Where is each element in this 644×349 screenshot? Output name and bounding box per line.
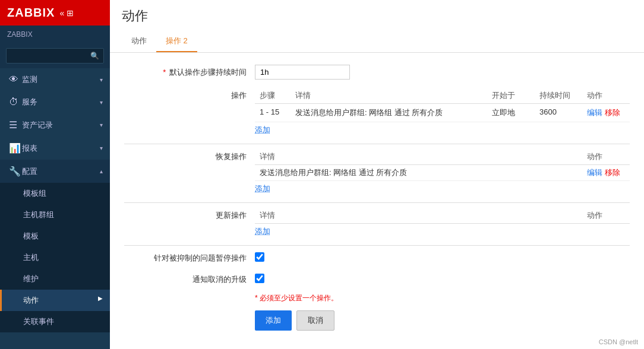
assets-label: 资产记录 bbox=[22, 120, 100, 131]
op-start: 立即地 bbox=[487, 104, 535, 122]
required-star: * bbox=[163, 68, 166, 77]
search-wrapper: 🔍 bbox=[6, 48, 104, 64]
config-label: 配置 bbox=[22, 166, 100, 177]
remove-rop-link[interactable]: 移除 bbox=[605, 168, 620, 177]
uth-actions: 动作 bbox=[582, 208, 630, 224]
monitoring-arrow: ▾ bbox=[100, 77, 103, 83]
reports-icon: 📊 bbox=[9, 142, 22, 154]
suppress-label: 针对被抑制的问题暂停操作 bbox=[124, 250, 255, 264]
th-actions: 动作 bbox=[582, 88, 630, 104]
divider-2 bbox=[124, 202, 630, 203]
logo-text: ZABBIX bbox=[7, 6, 55, 20]
remove-op-link[interactable]: 移除 bbox=[605, 108, 620, 117]
table-row: 1 - 15 发送消息给用户群组: 网络组 通过 所有介质 立即地 3600 编… bbox=[255, 104, 630, 122]
update-ops-label: 更新操作 bbox=[124, 208, 255, 221]
update-ops-row: 更新操作 详情 动作 添加 bbox=[124, 208, 630, 237]
update-ops-table: 详情 动作 bbox=[255, 208, 630, 224]
reports-label: 报表 bbox=[22, 143, 100, 154]
notify-cancel-label: 通知取消的升级 bbox=[124, 272, 255, 285]
operations-label: 操作 bbox=[124, 88, 255, 101]
add-update-link[interactable]: 添加 bbox=[255, 226, 270, 237]
notify-cancel-checkbox[interactable] bbox=[255, 274, 264, 283]
sidebar-logo: ZABBIX « ⊞ bbox=[0, 0, 110, 26]
expand-icon[interactable]: ⊞ bbox=[67, 8, 74, 18]
assets-arrow: ▾ bbox=[100, 122, 103, 128]
page-header: 动作 动作 操作 2 bbox=[110, 0, 644, 53]
suppress-checkbox[interactable] bbox=[255, 252, 264, 262]
form-area: * 默认操作步骤持续时间 操作 步骤 详情 开始于 持续时间 bbox=[110, 53, 644, 349]
suppress-row: 针对被抑制的问题暂停操作 bbox=[124, 250, 630, 264]
add-recovery-link[interactable]: 添加 bbox=[255, 183, 270, 194]
monitoring-icon: 👁 bbox=[9, 74, 22, 85]
sidebar-item-events[interactable]: 关联事件 bbox=[0, 311, 110, 332]
recovery-ops-table: 详情 动作 发送消息给用户群组: 网络组 通过 所有介质 编辑 移除 bbox=[255, 149, 630, 181]
actions-arrow: ▶ bbox=[98, 295, 103, 302]
logo-icons: « ⊞ bbox=[59, 8, 74, 18]
sidebar-item-template-group[interactable]: 模板组 bbox=[0, 183, 110, 204]
default-duration-input[interactable] bbox=[255, 65, 350, 80]
rth-actions: 动作 bbox=[582, 149, 630, 165]
monitoring-label: 监测 bbox=[22, 74, 100, 85]
recovery-ops-row: 恢复操作 详情 动作 发送消息给用户群组: 网络组 通过 所有介质 编辑 bbox=[124, 149, 630, 194]
collapse-icon[interactable]: « bbox=[59, 8, 64, 18]
operations-control: 步骤 详情 开始于 持续时间 动作 1 - 15 发送消息给用户群组: 网络组 … bbox=[255, 88, 630, 135]
sidebar-brand: ZABBIX bbox=[0, 26, 110, 43]
rop-row-actions: 编辑 移除 bbox=[582, 165, 630, 181]
notify-cancel-control bbox=[255, 272, 630, 283]
sidebar-item-host-group[interactable]: 主机群组 bbox=[0, 204, 110, 226]
config-submenu: 模板组 主机群组 模板 主机 维护 动作 ▶ 关联事件 bbox=[0, 183, 110, 332]
config-icon: 🔧 bbox=[9, 166, 22, 177]
op-duration: 3600 bbox=[535, 104, 582, 122]
watermark: CSDN @netlt bbox=[599, 338, 638, 345]
reports-arrow: ▾ bbox=[100, 145, 103, 151]
operations-table: 步骤 详情 开始于 持续时间 动作 1 - 15 发送消息给用户群组: 网络组 … bbox=[255, 88, 630, 122]
uth-details: 详情 bbox=[255, 208, 582, 224]
edit-op-link[interactable]: 编辑 bbox=[587, 108, 602, 117]
recovery-ops-label: 恢复操作 bbox=[124, 149, 255, 162]
tab-actions[interactable]: 动作 bbox=[122, 31, 156, 52]
sidebar-item-monitoring[interactable]: 👁 监测 ▾ bbox=[0, 68, 110, 91]
sidebar: ZABBIX « ⊞ ZABBIX 🔍 👁 监测 ▾ ⏱ 服务 ▾ ☰ 资产记录… bbox=[0, 0, 110, 349]
recovery-ops-control: 详情 动作 发送消息给用户群组: 网络组 通过 所有介质 编辑 移除 bbox=[255, 149, 630, 194]
services-label: 服务 bbox=[22, 97, 100, 107]
op-steps: 1 - 15 bbox=[255, 104, 291, 122]
search-input[interactable] bbox=[6, 48, 104, 64]
page-title: 动作 bbox=[122, 7, 632, 25]
default-duration-row: * 默认操作步骤持续时间 bbox=[124, 65, 630, 80]
sidebar-item-hosts[interactable]: 主机 bbox=[0, 247, 110, 268]
notify-cancel-row: 通知取消的升级 bbox=[124, 272, 630, 285]
services-arrow: ▾ bbox=[100, 99, 103, 106]
default-duration-control bbox=[255, 65, 630, 80]
actions-label: 动作 bbox=[23, 296, 39, 304]
services-icon: ⏱ bbox=[9, 97, 22, 107]
add-button[interactable]: 添加 bbox=[255, 310, 292, 331]
config-arrow: ▴ bbox=[100, 168, 103, 174]
sidebar-item-config[interactable]: 🔧 配置 ▴ bbox=[0, 160, 110, 183]
update-ops-control: 详情 动作 添加 bbox=[255, 208, 630, 237]
th-start: 开始于 bbox=[487, 88, 535, 104]
table-row: 发送消息给用户群组: 网络组 通过 所有介质 编辑 移除 bbox=[255, 165, 630, 181]
sidebar-search-container: 🔍 bbox=[0, 43, 110, 68]
sidebar-item-actions[interactable]: 动作 ▶ bbox=[0, 290, 110, 311]
sidebar-item-assets[interactable]: ☰ 资产记录 ▾ bbox=[0, 113, 110, 137]
assets-icon: ☰ bbox=[9, 119, 22, 131]
sidebar-item-reports[interactable]: 📊 报表 ▾ bbox=[0, 137, 110, 160]
cancel-button[interactable]: 取消 bbox=[296, 310, 334, 331]
th-steps: 步骤 bbox=[255, 88, 291, 104]
search-icon: 🔍 bbox=[90, 52, 99, 60]
edit-rop-link[interactable]: 编辑 bbox=[587, 168, 602, 177]
divider-3 bbox=[124, 245, 630, 246]
tabs-container: 动作 操作 2 bbox=[122, 31, 632, 52]
sidebar-item-services[interactable]: ⏱ 服务 ▾ bbox=[0, 91, 110, 113]
sidebar-item-maintenance[interactable]: 维护 bbox=[0, 268, 110, 290]
form-buttons: 添加 取消 bbox=[255, 310, 630, 331]
add-operation-link[interactable]: 添加 bbox=[255, 125, 270, 135]
required-note: * 必须至少设置一个操作。 bbox=[255, 293, 630, 303]
sidebar-item-templates[interactable]: 模板 bbox=[0, 226, 110, 247]
rth-details: 详情 bbox=[255, 149, 582, 165]
main-content: 动作 动作 操作 2 * 默认操作步骤持续时间 操作 步骤 bbox=[110, 0, 644, 349]
th-details: 详情 bbox=[291, 88, 487, 104]
operations-row: 操作 步骤 详情 开始于 持续时间 动作 1 - 15 bbox=[124, 88, 630, 135]
tab-operations[interactable]: 操作 2 bbox=[156, 31, 197, 52]
divider-1 bbox=[124, 144, 630, 144]
